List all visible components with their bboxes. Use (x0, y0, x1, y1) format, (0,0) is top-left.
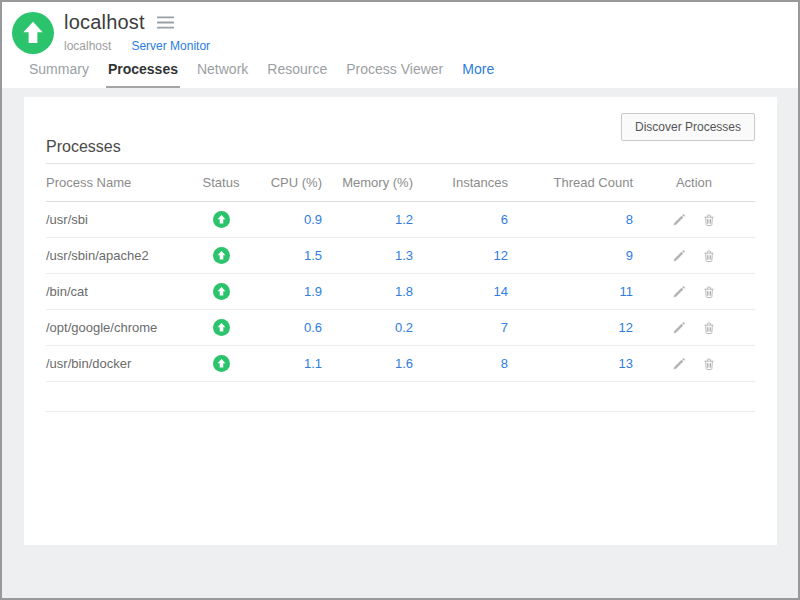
page-background: Discover Processes Processes Process Nam… (2, 88, 798, 598)
memory-value-link[interactable]: 1.6 (322, 346, 413, 382)
tab-processes[interactable]: Processes (106, 61, 180, 89)
instances-value-link[interactable]: 12 (413, 238, 508, 274)
memory-value-link[interactable]: 1.2 (322, 202, 413, 238)
edit-pencil-icon[interactable] (672, 321, 686, 335)
memory-value-link[interactable]: 1.3 (322, 238, 413, 274)
cpu-value-link[interactable]: 1.1 (256, 346, 322, 382)
table-row: /usr/bin/docker 1.1 1.6 8 13 (46, 346, 755, 382)
tab-more[interactable]: More (460, 61, 496, 89)
thread-count-value-link[interactable]: 11 (508, 274, 633, 310)
tab-network[interactable]: Network (195, 61, 250, 89)
action-cell (633, 202, 755, 238)
monitor-type-link[interactable]: Server Monitor (131, 39, 210, 53)
discover-processes-button[interactable]: Discover Processes (621, 113, 755, 141)
server-monitor-window: { "header": { "title": "localhost", "sub… (0, 0, 800, 600)
col-header-action: Action (633, 164, 755, 202)
page-title: localhost (64, 11, 145, 34)
process-name-cell: /bin/cat (46, 274, 186, 310)
cpu-value-link[interactable]: 0.6 (256, 310, 322, 346)
col-header-process-name: Process Name (46, 164, 186, 202)
action-cell (633, 238, 755, 274)
delete-trash-icon[interactable] (702, 357, 716, 371)
thread-count-value-link[interactable]: 8 (508, 202, 633, 238)
thread-count-value-link[interactable]: 12 (508, 310, 633, 346)
status-up-icon[interactable] (213, 247, 230, 262)
host-name-label: localhost (64, 39, 111, 53)
section-title: Processes (46, 138, 121, 156)
process-name-cell: /opt/google/chrome (46, 310, 186, 346)
table-row: /bin/cat 1.9 1.8 14 11 (46, 274, 755, 310)
status-cell (186, 346, 256, 382)
status-up-icon[interactable] (213, 211, 230, 226)
delete-trash-icon[interactable] (702, 321, 716, 335)
cpu-value-link[interactable]: 1.9 (256, 274, 322, 310)
instances-value-link[interactable]: 8 (413, 346, 508, 382)
processes-table: Process Name Status CPU (%) Memory (%) I… (46, 163, 755, 412)
table-row: /opt/google/chrome 0.6 0.2 7 12 (46, 310, 755, 346)
status-cell (186, 238, 256, 274)
instances-value-link[interactable]: 6 (413, 202, 508, 238)
status-up-icon[interactable] (213, 319, 230, 334)
action-cell (633, 274, 755, 310)
thread-count-value-link[interactable]: 9 (508, 238, 633, 274)
tab-summary[interactable]: Summary (27, 61, 91, 89)
table-body: /usr/sbi 0.9 1.2 6 8 (46, 202, 755, 412)
edit-pencil-icon[interactable] (672, 357, 686, 371)
process-name-cell: /usr/sbi (46, 202, 186, 238)
col-header-cpu: CPU (%) (256, 164, 322, 202)
process-name-cell: /usr/sbin/apache2 (46, 238, 186, 274)
status-cell (186, 310, 256, 346)
cpu-value-link[interactable]: 0.9 (256, 202, 322, 238)
status-up-icon[interactable] (213, 283, 230, 298)
empty-table-row (46, 382, 755, 412)
memory-value-link[interactable]: 0.2 (322, 310, 413, 346)
col-header-status: Status (186, 164, 256, 202)
col-header-memory: Memory (%) (322, 164, 413, 202)
table-row: /usr/sbi 0.9 1.2 6 8 (46, 202, 755, 238)
edit-pencil-icon[interactable] (672, 285, 686, 299)
col-header-thread-count: Thread Count (508, 164, 633, 202)
monitor-status-icon (12, 12, 54, 54)
status-cell (186, 202, 256, 238)
hamburger-menu-icon[interactable] (156, 15, 175, 30)
edit-pencil-icon[interactable] (672, 213, 686, 227)
instances-value-link[interactable]: 7 (413, 310, 508, 346)
delete-trash-icon[interactable] (702, 285, 716, 299)
memory-value-link[interactable]: 1.8 (322, 274, 413, 310)
action-cell (633, 346, 755, 382)
thread-count-value-link[interactable]: 13 (508, 346, 633, 382)
table-header-row: Process Name Status CPU (%) Memory (%) I… (46, 164, 755, 202)
status-cell (186, 274, 256, 310)
tab-resource[interactable]: Resource (265, 61, 329, 89)
col-header-instances: Instances (413, 164, 508, 202)
process-name-cell: /usr/bin/docker (46, 346, 186, 382)
edit-pencil-icon[interactable] (672, 249, 686, 263)
instances-value-link[interactable]: 14 (413, 274, 508, 310)
table-row: /usr/sbin/apache2 1.5 1.3 12 9 (46, 238, 755, 274)
tab-bar: Summary Processes Network Resource Proce… (27, 61, 496, 89)
cpu-value-link[interactable]: 1.5 (256, 238, 322, 274)
processes-card: Discover Processes Processes Process Nam… (24, 97, 777, 545)
action-cell (633, 310, 755, 346)
status-up-icon[interactable] (213, 355, 230, 370)
tab-process-viewer[interactable]: Process Viewer (344, 61, 445, 89)
delete-trash-icon[interactable] (702, 249, 716, 263)
delete-trash-icon[interactable] (702, 213, 716, 227)
